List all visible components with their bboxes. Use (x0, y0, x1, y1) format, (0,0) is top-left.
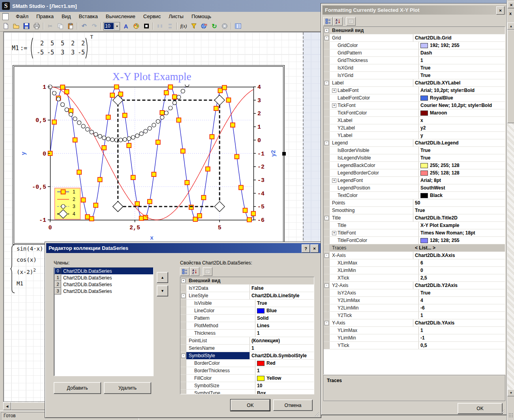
dialog-resize-grip[interactable] (314, 411, 319, 417)
print-button[interactable] (32, 22, 41, 30)
property-row[interactable]: XLimMin0 (324, 267, 505, 274)
property-row[interactable]: IsXGridTrue (324, 64, 505, 72)
categorized-view-icon[interactable] (323, 17, 333, 26)
property-row[interactable]: BorderColorRed (180, 360, 314, 367)
property-row[interactable]: YLabely (324, 132, 505, 139)
property-row[interactable]: -Y-AxisChart2DLib.YAxis (324, 319, 505, 327)
menu-сервис[interactable]: Сервис (139, 12, 165, 21)
paste-button[interactable] (66, 22, 75, 30)
property-row[interactable]: Traces< List... > (324, 244, 505, 252)
expression-row[interactable]: cos(x) (17, 257, 37, 263)
dataseries-list-item[interactable]: 1Chart2DLib.DataSeries (54, 274, 153, 281)
save-button[interactable] (22, 22, 31, 30)
property-row[interactable]: Y2LimMax4 (324, 297, 505, 304)
property-row[interactable]: LineColorBlue (180, 307, 314, 315)
font-size-dropdown[interactable]: ▼ (114, 23, 120, 30)
side-panel-collapse-icon[interactable]: x (509, 11, 512, 16)
property-row[interactable]: TextColorBlack (324, 192, 505, 199)
expand-icon[interactable]: + (332, 103, 336, 108)
property-row[interactable]: LegendBorderColor255; 128; 128 (324, 169, 505, 177)
menu-вид[interactable]: Вид (58, 12, 75, 21)
menu-вставка[interactable]: Вставка (75, 12, 101, 21)
collapse-icon[interactable]: - (325, 28, 329, 33)
property-row[interactable]: SymbolTypeBox (180, 390, 314, 394)
collapse-icon[interactable]: - (325, 216, 329, 220)
property-row[interactable]: SeriesName1 (180, 345, 314, 352)
property-row[interactable]: IsYGridTrue (324, 72, 505, 79)
property-row[interactable]: LabelFontColorRoyalBlue (324, 94, 505, 102)
property-row[interactable]: -LegendChart2DLib.Legend (324, 139, 505, 147)
function-button[interactable]: f(x) (179, 22, 188, 30)
property-row[interactable]: IsBorderVisibleTrue (324, 147, 505, 154)
expression-row[interactable]: sin(4·x) (17, 246, 43, 252)
property-row[interactable]: TitleFontColor128; 128; 255 (324, 237, 505, 244)
property-row[interactable]: FillColorYellow (180, 375, 314, 382)
plot-expressions[interactable]: sin(4·x)cos(x)(x-2)2M1 (10, 244, 50, 294)
property-row[interactable]: -SymbolStyleChart2DLib.SymbolStyle (180, 352, 314, 360)
panel-ok-button[interactable]: OK (458, 403, 503, 414)
dataseries-list-item[interactable]: 0Chart2DLib.DataSeries (54, 268, 153, 274)
menu-листы[interactable]: Листы (165, 12, 188, 21)
move-up-button[interactable]: ▲ (157, 272, 168, 283)
vertical-scrollbar-thumb[interactable] (507, 30, 514, 123)
scroll-left-button[interactable]: ◀ (3, 402, 11, 410)
property-row[interactable]: BorderThickness1 (180, 367, 314, 375)
new-button[interactable] (1, 22, 11, 30)
dataseries-list-item[interactable]: 2Chart2DLib.DataSeries (54, 281, 153, 288)
menu-файл[interactable]: Файл (12, 12, 32, 21)
property-row[interactable]: +TitleFontTimes New Roman; 18pt (324, 229, 505, 237)
collapse-icon[interactable]: - (325, 81, 329, 85)
remove-button[interactable]: Удалить (104, 382, 151, 394)
property-row[interactable]: -TitleChart2DLib.Title2D (324, 214, 505, 222)
palette-button[interactable] (131, 22, 141, 30)
collapse-icon[interactable]: - (325, 321, 329, 325)
collapse-icon[interactable]: - (325, 141, 329, 145)
copy-button[interactable] (56, 22, 65, 30)
categorized-view-icon[interactable] (180, 267, 189, 276)
collapse-icon[interactable]: - (181, 354, 186, 358)
property-row[interactable]: YLimMax1 (324, 327, 505, 334)
property-row[interactable]: IsY2AxisTrue (324, 289, 505, 297)
add-button[interactable]: Добавить (54, 382, 101, 394)
menu-правка[interactable]: Правка (32, 12, 58, 21)
property-row[interactable]: GridColor192; 192; 255 (324, 42, 505, 49)
collapse-icon[interactable]: - (325, 283, 329, 288)
collapse-icon[interactable]: - (181, 279, 186, 283)
property-row[interactable]: GridPatternDash (324, 49, 505, 57)
property-row[interactable]: XLimMax6 (324, 259, 505, 267)
xy-plot-region[interactable]: X-Y Plot Example10,50-0,5-143210-1-2-3-4… (13, 65, 285, 245)
font-size-combo[interactable]: 10 ▼ (103, 22, 120, 30)
alphabetical-sort-icon[interactable]: AZ (190, 267, 199, 276)
language-button[interactable] (199, 22, 209, 30)
property-row[interactable]: -LabelChart2DLib.XYLabel (324, 79, 505, 87)
property-row[interactable]: YLimMin-1 (324, 334, 505, 342)
properties-button[interactable] (233, 22, 243, 30)
property-row[interactable]: PointList(Коллекция) (180, 337, 314, 345)
property-row[interactable]: -GridChart2DLib.Grid (324, 34, 505, 42)
collapse-icon[interactable]: - (181, 294, 186, 298)
property-row[interactable]: LegendPositionSouthWest (324, 184, 505, 192)
expand-icon[interactable]: + (332, 231, 336, 235)
undo-button[interactable]: ↶ (79, 22, 89, 30)
dialog-help-button[interactable]: ? (302, 244, 310, 253)
property-row[interactable]: +LegendFontArial; 8pt (324, 177, 505, 184)
matrix-definition[interactable]: M1 := 25522-5-533-5 T (12, 37, 93, 59)
menu-вычисление[interactable]: Вычисление (102, 12, 139, 21)
panel-resize-grip[interactable] (499, 409, 505, 414)
expand-icon[interactable]: + (332, 88, 336, 93)
expand-icon[interactable]: + (332, 178, 336, 183)
property-row[interactable]: -LineStyleChart2DLib.LineStyle (180, 292, 314, 300)
plot-resize-handle[interactable] (282, 152, 286, 156)
dataseries-list-item[interactable]: 3Chart2DLib.DataSeries (54, 288, 153, 294)
property-row[interactable]: Y2Labely2 (324, 124, 505, 132)
property-row[interactable]: LegendBackColor255; 255; 128 (324, 162, 505, 169)
property-row[interactable]: -Y2-AxisChart2DLib.Y2Axis (324, 282, 505, 289)
property-category-row[interactable]: -Внешний вид (180, 277, 314, 285)
open-button[interactable] (11, 22, 21, 30)
property-row[interactable]: +TickFontCourier New; 10,2pt; style=Bold (324, 102, 505, 109)
cut-button[interactable]: ✂ (45, 22, 55, 30)
dialog-property-grid[interactable]: -Внешний видIsY2DataFalse-LineStyleChart… (180, 277, 314, 394)
property-row[interactable]: XLabelx (324, 117, 505, 124)
panel-close-button[interactable]: ✕ (496, 6, 505, 15)
expression-row[interactable]: (x-2)2 (17, 268, 36, 275)
